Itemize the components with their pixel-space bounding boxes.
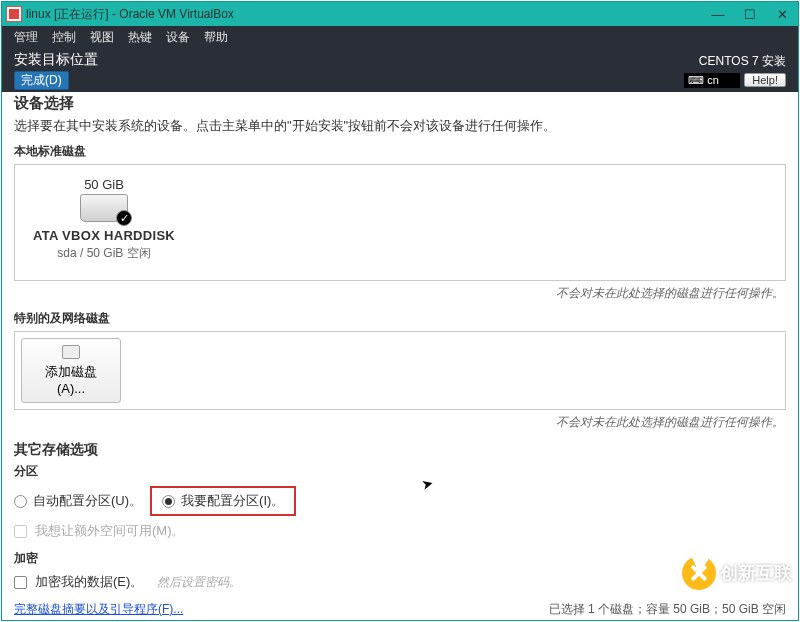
menu-manage[interactable]: 管理 [14,29,38,46]
disk-size: 50 GiB [84,177,124,192]
menu-devices[interactable]: 设备 [166,29,190,46]
network-disks-label: 特别的及网络磁盘 [14,310,786,327]
vm-titlebar: linux [正在运行] - Oracle VM VirtualBox — ☐ … [2,2,798,26]
disk-hint-1: 不会对未在此处选择的磁盘进行任何操作。 [14,285,784,302]
add-disk-label: 添加磁盘(A)... [32,363,110,396]
partition-label: 分区 [14,463,786,480]
encrypt-hint: 然后设置密码。 [157,574,241,591]
disk-meta: sda / 50 GiB 空闲 [57,245,150,262]
selection-status: 已选择 1 个磁盘；容量 50 GiB；50 GiB 空闲 [549,601,786,618]
local-disks-box: 50 GiB ✓ ATA VBOX HARDDISK sda / 50 GiB … [14,164,786,281]
minimize-button[interactable]: — [702,2,734,26]
extra-space-checkbox [14,525,27,538]
window-title: linux [正在运行] - Oracle VM VirtualBox [26,6,702,23]
add-disk-button[interactable]: 添加磁盘(A)... [21,338,121,403]
menu-hotkeys[interactable]: 热键 [128,29,152,46]
network-disks-box: 添加磁盘(A)... [14,331,786,410]
disk-name: ATA VBOX HARDDISK [33,228,175,243]
maximize-button[interactable]: ☐ [734,2,766,26]
harddisk-icon: ✓ [80,194,128,222]
watermark: 创新互联 [682,556,792,590]
extra-space-label: 我想让额外空间可用(M)。 [35,522,185,540]
watermark-text: 创新互联 [720,561,792,585]
virtualbox-icon [6,6,22,22]
page-heading: 安装目标位置 [14,51,98,69]
menu-view[interactable]: 视图 [90,29,114,46]
other-storage-title: 其它存储选项 [14,441,786,459]
disk-hint-2: 不会对未在此处选择的磁盘进行任何操作。 [14,414,784,431]
encrypt-text: 加密我的数据(E)。 [35,573,143,591]
product-name: CENTOS 7 安装 [699,53,786,70]
encrypt-label: 加密 [14,550,786,567]
close-button[interactable]: ✕ [766,2,798,26]
device-selection-title: 设备选择 [14,94,786,113]
local-disks-label: 本地标准磁盘 [14,143,786,160]
checkmark-icon: ✓ [116,210,132,226]
encrypt-checkbox[interactable] [14,576,27,589]
full-disk-summary-link[interactable]: 完整磁盘摘要以及引导程序(F)... [14,601,183,618]
vm-menubar: 管理 控制 视图 热键 设备 帮助 [2,26,798,48]
auto-partition-radio[interactable] [14,495,27,508]
device-selection-desc: 选择要在其中安装系统的设备。点击主菜单中的"开始安装"按钮前不会对该设备进行任何… [14,117,786,135]
menu-help[interactable]: 帮助 [204,29,228,46]
installer-header: 安装目标位置 完成(D) CENTOS 7 安装 cn Help! [2,48,798,92]
manual-partition-radio[interactable] [162,495,175,508]
network-disk-icon [62,345,80,359]
auto-partition-label: 自动配置分区(U)。 [33,492,142,510]
manual-partition-label: 我要配置分区(I)。 [181,492,284,510]
help-button[interactable]: Help! [744,73,786,87]
disk-item[interactable]: 50 GiB ✓ ATA VBOX HARDDISK sda / 50 GiB … [29,177,179,262]
done-button[interactable]: 完成(D) [14,71,69,90]
menu-control[interactable]: 控制 [52,29,76,46]
keyboard-layout-indicator[interactable]: cn [684,73,740,88]
